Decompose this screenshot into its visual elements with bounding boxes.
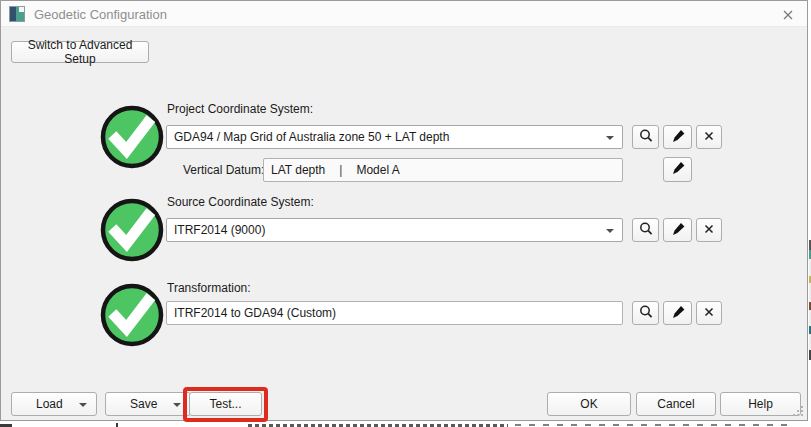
vertical-datum-label: Vertical Datum: bbox=[183, 163, 264, 177]
screen-edge-artifact bbox=[116, 423, 118, 427]
project-status-valid-icon bbox=[100, 105, 164, 169]
transformation-edit-button[interactable] bbox=[663, 301, 692, 325]
vertical-datum-separator: | bbox=[339, 163, 342, 177]
project-edit-button[interactable] bbox=[663, 125, 692, 149]
x-icon bbox=[703, 306, 715, 321]
source-browse-button[interactable] bbox=[632, 218, 659, 242]
source-edit-button[interactable] bbox=[663, 218, 692, 242]
chevron-down-icon bbox=[606, 229, 614, 233]
chevron-down-icon bbox=[173, 403, 181, 407]
chevron-down-icon bbox=[79, 403, 87, 407]
close-icon[interactable] bbox=[777, 5, 799, 24]
resize-grip-icon[interactable] bbox=[790, 403, 803, 416]
pen-icon bbox=[670, 304, 686, 323]
project-coordinate-system-combobox[interactable]: GDA94 / Map Grid of Australia zone 50 + … bbox=[166, 125, 623, 149]
transformation-label: Transformation: bbox=[167, 281, 251, 295]
save-button[interactable]: Save bbox=[105, 392, 191, 416]
transformation-value: ITRF2014 to GDA94 (Custom) bbox=[174, 306, 336, 320]
vertical-datum-secondary: Model A bbox=[356, 163, 399, 177]
x-icon bbox=[703, 223, 715, 238]
source-clear-button[interactable] bbox=[696, 218, 722, 242]
load-button-label: Load bbox=[36, 397, 63, 411]
transformation-field[interactable]: ITRF2014 to GDA94 (Custom) bbox=[166, 301, 623, 325]
source-coordinate-system-label: Source Coordinate System: bbox=[167, 195, 314, 209]
transformation-clear-button[interactable] bbox=[696, 301, 722, 325]
help-button[interactable]: Help bbox=[720, 392, 801, 416]
vertical-datum-primary: LAT depth bbox=[271, 163, 325, 177]
window-title: Geodetic Configuration bbox=[34, 7, 167, 22]
project-coordinate-system-label: Project Coordinate System: bbox=[167, 102, 313, 116]
x-icon bbox=[703, 130, 715, 145]
vertical-datum-edit-button[interactable] bbox=[663, 157, 692, 182]
magnifier-icon bbox=[638, 221, 654, 240]
cancel-button[interactable]: Cancel bbox=[636, 392, 716, 416]
pen-icon bbox=[670, 128, 686, 147]
project-coordinate-system-value: GDA94 / Map Grid of Australia zone 50 + … bbox=[174, 130, 449, 144]
chevron-down-icon bbox=[606, 136, 614, 140]
pen-icon bbox=[670, 221, 686, 240]
source-coordinate-system-combobox[interactable]: ITRF2014 (9000) bbox=[166, 218, 623, 242]
title-bar[interactable]: Geodetic Configuration bbox=[1, 1, 807, 27]
magnifier-icon bbox=[638, 128, 654, 147]
screenshot-root: Geodetic Configuration Switch to Advance… bbox=[0, 0, 811, 427]
source-coordinate-system-value: ITRF2014 (9000) bbox=[174, 223, 265, 237]
source-status-valid-icon bbox=[100, 198, 164, 262]
transformation-browse-button[interactable] bbox=[632, 301, 659, 325]
test-button[interactable]: Test... bbox=[189, 392, 262, 416]
vertical-datum-field: LAT depth | Model A bbox=[263, 158, 623, 182]
save-button-label: Save bbox=[130, 397, 157, 411]
app-icon bbox=[9, 6, 25, 22]
ok-button[interactable]: OK bbox=[547, 392, 631, 416]
project-clear-button[interactable] bbox=[696, 125, 722, 149]
magnifier-icon bbox=[638, 304, 654, 323]
transformation-status-valid-icon bbox=[100, 283, 164, 347]
load-button[interactable]: Load bbox=[11, 392, 97, 416]
project-browse-button[interactable] bbox=[632, 125, 659, 149]
pen-icon bbox=[670, 160, 686, 179]
screen-edge-artifact bbox=[515, 424, 790, 426]
geodetic-configuration-dialog: Geodetic Configuration Switch to Advance… bbox=[0, 0, 808, 421]
switch-to-advanced-setup-button[interactable]: Switch to Advanced Setup bbox=[11, 41, 149, 63]
